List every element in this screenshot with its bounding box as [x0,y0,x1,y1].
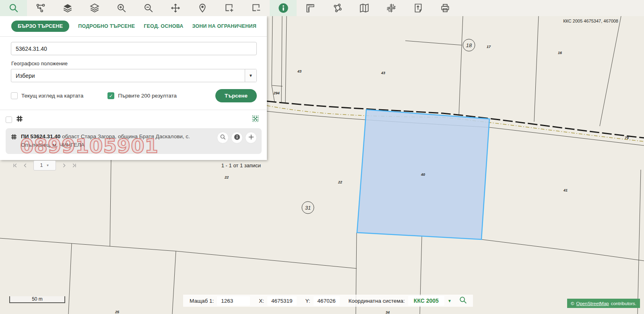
circled-parcel-label: 31 [302,202,314,214]
extent-remove-icon [251,3,262,13]
parcel-label: 43 [381,71,385,75]
parcel-label: 22 [338,180,342,184]
parcel-label: 25 [115,310,119,314]
map-tool-button[interactable] [351,0,378,16]
export-tool-button[interactable] [405,0,431,16]
pan-icon [170,3,181,13]
search-icon [8,3,19,13]
search-tabs: БЪРЗО ТЪРСЕНЕ ПОДРОБНО ТЪРСЕНЕ ГЕОД. ОСН… [11,21,267,31]
first-200-results-checkbox[interactable]: ✓ [107,92,114,99]
result-zoom-button[interactable] [217,132,229,143]
measure-icon [305,3,316,13]
tab-detailed-search[interactable]: ПОДРОБНО ТЪРСЕНЕ [78,23,135,29]
geo-location-select[interactable]: Избери ▼ [11,69,257,82]
scale-bar: 50 m [9,296,65,303]
parcel-label: 16 [558,51,562,55]
layers-filled-icon [62,3,73,13]
polygon-icon [332,3,343,13]
map-icon [359,3,369,13]
y-coordinate-value: 467026 [314,296,340,306]
last-page-button[interactable] [69,163,79,168]
extent-remove-tool-button[interactable] [243,0,270,16]
page-select[interactable]: 1▼ [33,160,56,171]
previous-page-button[interactable] [20,163,30,168]
first-page-button[interactable] [10,163,20,168]
result-add-button[interactable] [245,132,257,143]
x-coordinate-label: X: [256,298,267,304]
tab-restriction-zones[interactable]: ЗОНИ НА ОГРАНИЧЕНИЯ [192,23,256,29]
zoom-out-icon [143,3,154,13]
zoom-out-tool-button[interactable] [135,0,162,16]
search-input[interactable] [11,42,257,55]
map-attribution: © OpenStreetMap contributors. [567,299,640,308]
parcel-label: 79 [625,136,629,140]
current-map-view-checkbox[interactable] [11,92,18,99]
scale-input[interactable] [217,296,250,306]
result-actions [217,132,257,143]
info-icon [278,2,289,14]
chevron-down-icon: ▼ [46,164,50,167]
geo-select-value: Избери [11,73,245,79]
extent-add-icon [224,3,235,13]
coordinate-grid-icon [386,3,396,13]
statusbar-search-button[interactable] [456,296,470,306]
tab-quick-search[interactable]: БЪРЗО ТЪРСЕНЕ [11,21,69,32]
search-panel: БЪРЗО ТЪРСЕНЕ ПОДРОБНО ТЪРСЕНЕ ГЕОД. ОСН… [0,16,267,160]
coordinate-grid-tool-button[interactable] [378,0,405,16]
current-map-view-label: Текущ изглед на картата [21,93,83,99]
page-number: 1 [40,162,43,168]
scale-bar-label: 50 m [32,296,43,302]
route-icon [35,3,46,13]
toolbar [0,0,644,16]
geo-location-label: Географско положение [11,60,267,67]
x-coordinate-value: 4675319 [267,296,297,306]
location-tool-button[interactable] [189,0,216,16]
search-button[interactable]: Търсене [215,89,257,102]
print-icon [440,3,450,13]
search-icon [220,134,226,141]
parcel-label: 43 [297,69,301,73]
print-tool-button[interactable] [431,0,458,16]
info-tool-button[interactable] [270,0,297,16]
layers-stack-tool-button[interactable] [81,0,108,16]
coordinate-system-label: Координатна система: [345,298,408,304]
result-info-button[interactable] [231,132,243,143]
zoom-to-extent-icon[interactable] [252,115,259,124]
parcel-grid-icon [16,115,23,124]
measure-tool-button[interactable] [297,0,324,16]
result-text: ПИ 53624.31.40 област Стара Загора, общи… [21,133,217,150]
chevron-down-icon[interactable]: ▼ [245,69,256,82]
chevron-down-icon[interactable]: ▼ [446,299,456,303]
zoom-in-tool-button[interactable] [108,0,135,16]
route-tool-button[interactable] [27,0,54,16]
parcel-label: 22 [225,175,229,179]
divider [0,110,267,110]
layers-stack-icon [89,3,100,13]
parcel-grid-icon [10,133,17,142]
location-pin-icon [197,3,208,13]
attribution-suffix: contributors. [611,301,636,306]
result-card[interactable]: ПИ 53624.31.40 област Стара Загора, общи… [6,128,262,154]
map-crs-corner-label: ККС 2005 4675347, 467008 [563,19,618,23]
search-icon [459,296,467,306]
result-parcel-id: ПИ 53624.31.40 [21,133,60,139]
parcel-label: 294 [273,91,279,95]
select-all-checkbox[interactable] [6,116,12,123]
coordinate-system-select[interactable]: ККС 2005 [408,296,444,306]
pagination-summary: 1 - 1 от 1 записи [221,162,261,168]
layers-filled-tool-button[interactable] [54,0,81,16]
pan-tool-button[interactable] [162,0,189,16]
extent-add-tool-button[interactable] [216,0,243,16]
next-page-button[interactable] [59,163,69,168]
circled-parcel-label: 18 [463,39,475,52]
export-icon [413,3,423,13]
parcel-label: 17 [487,45,491,49]
tab-geodetic-base[interactable]: ГЕОД. ОСНОВА [144,23,183,29]
info-icon [233,133,241,142]
polygon-tool-button[interactable] [324,0,351,16]
search-options-row: Текущ изглед на картата ✓ Първите 200 ре… [11,89,257,102]
search-tool-button[interactable] [0,0,27,16]
y-coordinate-label: Y: [302,298,314,304]
first-200-results-label: Първите 200 резултата [118,93,177,99]
openstreetmap-link[interactable]: OpenStreetMap [576,301,609,306]
